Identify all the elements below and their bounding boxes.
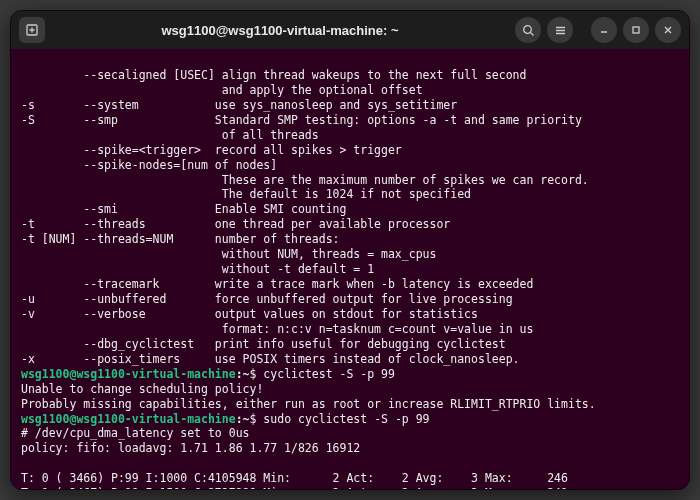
maximize-button[interactable] bbox=[623, 17, 649, 43]
search-button[interactable] bbox=[515, 17, 541, 43]
close-button[interactable] bbox=[655, 17, 681, 43]
output-1: Unable to change scheduling policy! Prob… bbox=[21, 382, 596, 411]
plus-icon bbox=[25, 23, 39, 37]
prompt: wsg1100@wsg1100-virtual-machine:~ bbox=[21, 367, 250, 381]
menu-button[interactable] bbox=[547, 17, 573, 43]
search-icon bbox=[522, 24, 535, 37]
terminal-window: wsg1100@wsg1100-virtual-machine: ~ --sec… bbox=[10, 10, 690, 490]
output-2: # /dev/cpu_dma_latency set to 0us policy… bbox=[21, 426, 568, 489]
hamburger-icon bbox=[554, 24, 567, 37]
svg-point-1 bbox=[523, 25, 531, 33]
titlebar: wsg1100@wsg1100-virtual-machine: ~ bbox=[11, 11, 689, 49]
maximize-icon bbox=[630, 24, 642, 36]
window-title: wsg1100@wsg1100-virtual-machine: ~ bbox=[53, 23, 507, 38]
svg-line-2 bbox=[530, 32, 533, 35]
help-output: --secaligned [USEC] align thread wakeups… bbox=[21, 68, 589, 366]
new-tab-button[interactable] bbox=[19, 17, 45, 43]
minimize-icon bbox=[598, 24, 610, 36]
minimize-button[interactable] bbox=[591, 17, 617, 43]
terminal-body[interactable]: --secaligned [USEC] align thread wakeups… bbox=[11, 49, 689, 489]
prompt: wsg1100@wsg1100-virtual-machine:~ bbox=[21, 412, 250, 426]
close-icon bbox=[662, 24, 674, 36]
command-2: sudo cyclictest -S -p 99 bbox=[263, 412, 429, 426]
svg-rect-4 bbox=[633, 27, 639, 33]
command-1: cyclictest -S -p 99 bbox=[263, 367, 395, 381]
